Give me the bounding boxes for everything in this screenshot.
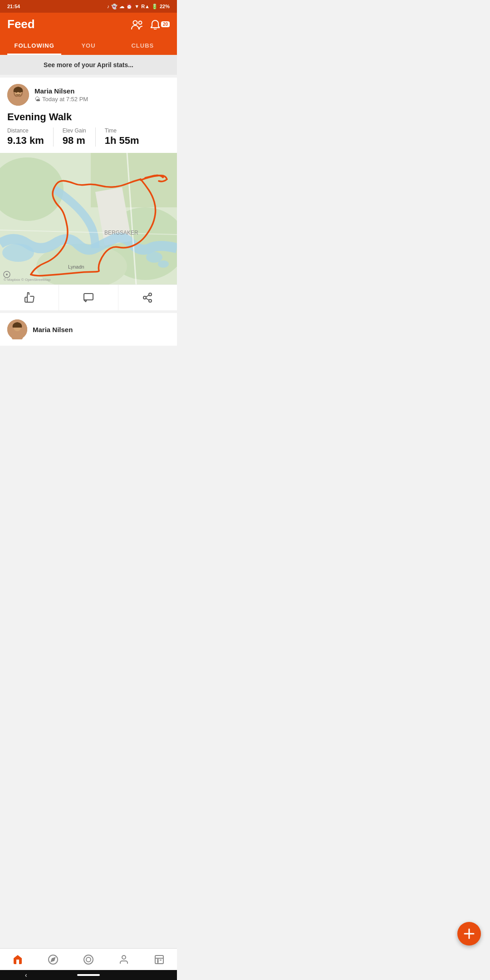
wifi-icon: ▼	[134, 4, 139, 9]
activity-title[interactable]: Evening Walk	[0, 109, 177, 127]
app-header: Feed 20 FOLLOWING YOU CLUBS	[0, 13, 177, 55]
stat-time: Time 1h 55m	[105, 127, 148, 147]
distance-label: Distance	[7, 127, 44, 134]
avatar[interactable]	[7, 84, 29, 106]
battery-icon: 🔋	[152, 4, 158, 10]
tab-clubs[interactable]: CLUBS	[116, 38, 170, 55]
feed-tabs: FOLLOWING YOU CLUBS	[7, 38, 170, 55]
svg-point-4	[12, 97, 24, 106]
distance-value: 9.13 km	[7, 135, 44, 147]
svg-text:© Mapbox © OpenStreetMap: © Mapbox © OpenStreetMap	[4, 278, 51, 282]
status-icons: ♪ 👻 ☁ ⏰ ▼ R▲ 🔋 22%	[107, 4, 170, 10]
stat-elev-gain: Elev Gain 98 m	[63, 127, 96, 147]
timestamp-text: Today at 7:52 PM	[42, 96, 88, 103]
activity-card: Maria Nilsen 🌤 Today at 7:52 PM Evening …	[0, 78, 177, 310]
time-label: Time	[105, 127, 139, 134]
second-user-name: Maria Nilsen	[33, 326, 73, 333]
svg-rect-22	[84, 294, 93, 300]
elev-label: Elev Gain	[63, 127, 86, 134]
activity-map[interactable]: BERGSAKER Lynadn © Mapbox © OpenStreetMa…	[0, 153, 177, 284]
svg-point-23	[149, 293, 152, 296]
tab-following[interactable]: FOLLOWING	[7, 38, 61, 55]
signal-icon: R▲	[141, 4, 150, 9]
svg-point-1	[138, 21, 142, 24]
status-bar: 21:54 ♪ 👻 ☁ ⏰ ▼ R▲ 🔋 22%	[0, 0, 177, 13]
svg-point-0	[133, 20, 137, 24]
svg-text:Lynadn: Lynadn	[68, 264, 84, 270]
cloud-icon: ☁	[119, 4, 124, 10]
header-actions: 20	[131, 20, 170, 29]
spotify-icon: ♪	[107, 4, 110, 9]
activity-timestamp: 🌤 Today at 7:52 PM	[34, 96, 170, 103]
svg-point-15	[146, 252, 162, 263]
svg-point-16	[158, 260, 169, 268]
svg-text:BERGSAKER: BERGSAKER	[104, 230, 138, 236]
stats-banner[interactable]: See more of your April stats...	[0, 55, 177, 75]
activity-stats: Distance 9.13 km Elev Gain 98 m Time 1h …	[0, 127, 177, 153]
svg-point-21	[6, 274, 8, 275]
stat-distance: Distance 9.13 km	[7, 127, 54, 147]
activity-action-bar	[0, 284, 177, 310]
like-button[interactable]	[0, 285, 59, 310]
svg-point-25	[149, 299, 152, 302]
time-display: 21:54	[7, 4, 20, 9]
activity-meta: Maria Nilsen 🌤 Today at 7:52 PM	[34, 87, 170, 103]
friends-button[interactable]	[131, 20, 143, 29]
user-name[interactable]: Maria Nilsen	[34, 87, 170, 95]
status-time: 21:54	[7, 4, 20, 9]
page-title: Feed	[7, 17, 35, 31]
svg-point-24	[143, 296, 146, 299]
avatar-image	[7, 84, 29, 106]
second-activity-preview[interactable]: Maria Nilsen	[0, 313, 177, 346]
second-avatar	[7, 319, 27, 339]
battery-percent: 22%	[160, 4, 170, 9]
stats-banner-text: See more of your April stats...	[44, 61, 133, 69]
snapchat-icon: 👻	[111, 4, 118, 10]
tab-you[interactable]: YOU	[61, 38, 115, 55]
activity-header: Maria Nilsen 🌤 Today at 7:52 PM	[0, 78, 177, 109]
svg-point-14	[2, 244, 34, 262]
comment-button[interactable]	[59, 285, 118, 310]
notification-count: 20	[161, 21, 170, 27]
weather-icon: 🌤	[34, 96, 40, 103]
notifications-button[interactable]: 20	[150, 20, 170, 29]
alarm-icon: ⏰	[126, 4, 132, 10]
elev-value: 98 m	[63, 135, 86, 147]
share-button[interactable]	[118, 285, 177, 310]
time-value: 1h 55m	[105, 135, 139, 147]
